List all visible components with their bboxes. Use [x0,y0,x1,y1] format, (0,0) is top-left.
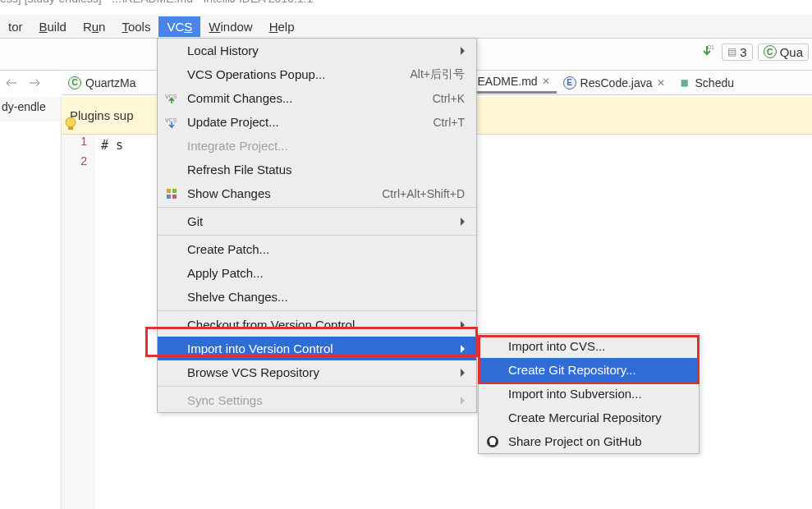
menu-separator [158,310,476,311]
svg-rect-5 [167,189,171,193]
svg-rect-6 [172,189,177,193]
menu-import-version-control[interactable]: Import into Version Control [158,337,476,360]
submenu-create-git-repo[interactable]: Create Git Repository... [479,358,699,382]
menu-run[interactable]: Run [75,16,114,37]
svg-rect-7 [167,195,171,199]
menu-help[interactable]: Help [261,16,303,37]
svg-text:01: 01 [708,44,714,50]
svg-text:VCS: VCS [165,117,177,123]
svg-rect-8 [172,195,177,199]
submenu-import-cvs[interactable]: Import into CVS... [479,334,699,358]
submenu-arrow-icon [461,369,465,377]
submenu-arrow-icon [461,397,465,405]
submenu-arrow-icon [461,345,465,353]
menu-create-patch[interactable]: Create Patch... [158,237,476,261]
tab-label: Schedu [695,76,734,89]
menu-local-history[interactable]: Local History [158,39,476,62]
tab-label: QuartzMa [85,76,135,89]
submenu-share-github[interactable]: Share Project on GitHub [479,429,699,453]
tab-quartz[interactable]: C QuartzMa [62,73,142,93]
counter-value: 3 [740,45,746,59]
menu-vcs[interactable]: VCS [158,16,200,37]
submenu-arrow-icon [461,47,465,55]
close-icon[interactable]: ✕ [542,76,550,87]
menu-shelve-changes[interactable]: Shelve Changes... [158,285,476,309]
menu-apply-patch[interactable]: Apply Patch... [158,261,476,285]
class-icon: C [68,76,81,89]
menu-browse-vcs-repository[interactable]: Browse VCS Repository [158,360,476,384]
collapse-icon[interactable] [2,73,21,93]
menu-refactor[interactable]: tor [0,16,31,37]
tab-label: ResCode.java [580,76,653,89]
menu-integrate-project: Integrate Project... [158,134,476,158]
vcs-update-icon: VCS [164,115,179,130]
changes-icon [164,186,179,201]
expand-icon[interactable] [25,73,44,93]
close-icon[interactable]: ✕ [657,77,665,89]
svg-rect-2 [68,126,73,130]
menu-git[interactable]: Git [158,209,476,233]
enum-icon: E [563,76,576,89]
svg-point-1 [66,117,76,127]
submenu-create-mercurial[interactable]: Create Mercurial Repository [479,406,699,429]
submenu-import-subversion[interactable]: Import into Subversion... [479,382,699,406]
line-gutter: 1 2 [62,135,94,509]
tab-readme[interactable]: EADME.md ✕ [470,71,556,94]
run-config[interactable]: C Qua [758,44,809,61]
github-icon [485,434,500,449]
menu-commit-changes[interactable]: VCS Commit Changes...Ctrl+K [158,86,476,110]
menu-refresh-file-status[interactable]: Refresh File Status [158,158,476,181]
run-config-label: Qua [780,45,803,59]
menu-update-project[interactable]: VCS Update Project...Ctrl+T [158,110,476,134]
project-nav-buttons [0,71,57,95]
line-number: 1 [62,135,87,154]
vcs-dropdown: Local History VCS Operations Popup...Alt… [157,38,477,413]
tab-rescode[interactable]: E ResCode.java ✕ [557,73,672,93]
line-number: 2 [62,154,87,174]
menu-separator [158,207,476,208]
menu-tools[interactable]: Tools [113,16,158,37]
menu-vcs-operations-popup[interactable]: VCS Operations Popup...Alt+后引号 [158,62,476,86]
menu-show-changes[interactable]: Show ChangesCtrl+Alt+Shift+D [158,181,476,205]
menu-sync-settings: Sync Settings [158,388,476,412]
config-icon: ▦ [678,76,691,89]
vcs-commit-icon: VCS [164,91,179,106]
submenu-arrow-icon [461,218,465,226]
class-icon: C [764,45,777,58]
menu-separator [158,235,476,236]
breadcrumb: dy-endle [0,97,62,122]
counter-badge[interactable]: ▤ 3 [722,44,752,61]
intention-bulb-icon[interactable] [62,115,81,135]
window-title-partial: ess] [study-endless] - ...\README.md - I… [0,0,313,5]
menu-build[interactable]: Build [31,16,75,37]
project-sidebar [0,122,62,509]
menu-window[interactable]: Window [200,16,260,37]
menu-separator [158,386,476,387]
menu-checkout-version-control[interactable]: Checkout from Version Control [158,313,476,337]
update-project-icon[interactable]: 01 [697,42,717,62]
submenu-arrow-icon [461,321,465,329]
tab-schedu[interactable]: ▦ Schedu [672,73,741,93]
import-vcs-submenu: Import into CVS... Create Git Repository… [478,333,700,454]
tab-label: EADME.md [477,75,537,88]
main-menubar: tor Build Run Tools VCS Window Help [0,15,812,38]
